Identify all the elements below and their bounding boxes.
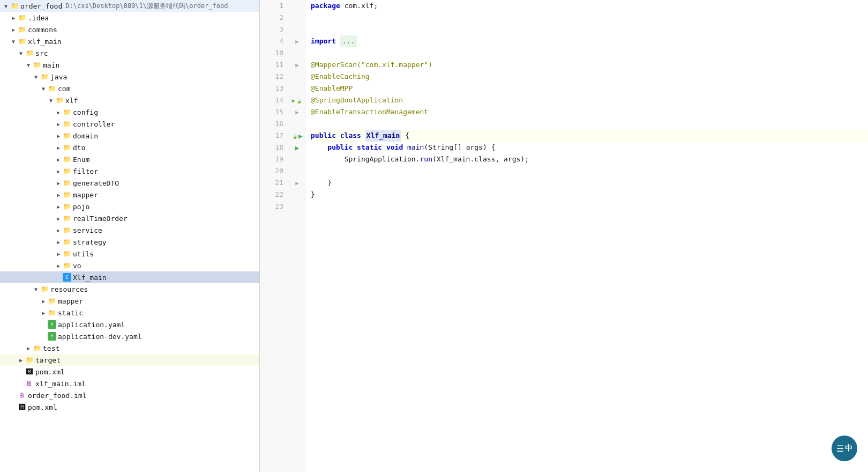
folder-icon-vo: 📁 (62, 261, 72, 270)
line-num-1: 1 (260, 0, 289, 12)
tree-item-static[interactable]: 📁 static (0, 307, 259, 319)
run-icon-18[interactable]: ▶ (295, 144, 300, 152)
gutter-12 (289, 71, 305, 83)
test-label: test (43, 344, 59, 352)
tree-item-xlf_main[interactable]: 📁 xlf_main (0, 35, 259, 47)
arrow-mapper-res (40, 298, 47, 304)
run-icon-small-14[interactable]: ▶ (292, 98, 295, 104)
commons-label: commons (28, 26, 57, 34)
gutter-18[interactable]: ▶ (289, 142, 305, 153)
tree-item-test[interactable]: 📁 test (0, 342, 259, 354)
app-yaml-label: application.yaml (58, 321, 125, 329)
tree-item-application-yaml[interactable]: Y application.yaml (0, 319, 259, 330)
line-num-11: 11 (260, 59, 289, 71)
token-1-2: com.xlf; (345, 0, 378, 12)
code-line-16 (311, 118, 868, 130)
tree-item-java[interactable]: 📁 java (0, 71, 259, 83)
gutter-2 (289, 12, 305, 24)
code-line-10 (311, 47, 868, 59)
tree-item-xlf_main-iml[interactable]: 🗎 xlf_main.iml (0, 378, 259, 389)
fold-icon-21[interactable]: ▶ (295, 180, 299, 187)
arrow-mapper (55, 192, 62, 198)
tree-item-config[interactable]: 📁 config (0, 106, 259, 118)
code-gutter: ▶ ▶ ▶ 🍃 ▶ 🍃 ▶ ▶ ▶ (289, 0, 305, 472)
leaf-icon-14: 🍃 (296, 98, 302, 104)
tree-item-commons[interactable]: 📁 commons (0, 24, 259, 35)
xlf_main-label: xlf_main (28, 38, 62, 46)
code-line-11: @MapperScan("com.xlf.mapper") (311, 59, 868, 71)
pom-root-icon: 🅼 (17, 403, 27, 411)
folder-icon-static: 📁 (47, 308, 57, 317)
code-area[interactable]: 1 2 3 4 10 11 12 13 14 15 16 17 18 19 20… (260, 0, 868, 472)
arrow-domain (55, 133, 62, 139)
pom-xlf-label: pom.xml (35, 368, 65, 376)
tree-item-pom-root[interactable]: 🅼 pom.xml (0, 401, 259, 413)
gutter-11[interactable]: ▶ (289, 59, 305, 71)
tree-item-target[interactable]: 📁 target (0, 354, 259, 366)
token-12-1: @EnableCaching (311, 71, 370, 83)
tree-item-mapper[interactable]: 📁 mapper (0, 189, 259, 201)
token-19-pad: SpringApplication. (311, 153, 420, 165)
fold-icon-11[interactable]: ▶ (295, 62, 299, 69)
gutter-17[interactable]: 🍃 ▶ (289, 130, 305, 142)
gutter-4[interactable]: ▶ (289, 35, 305, 47)
tree-item-idea[interactable]: 📁 .idea (0, 12, 259, 24)
tree-item-controller[interactable]: 📁 controller (0, 118, 259, 130)
xlf-label: xlf (65, 97, 78, 105)
folder-icon-utils: 📁 (62, 249, 72, 258)
tree-item-xlf[interactable]: 📁 xlf (0, 94, 259, 106)
arrow-com (40, 86, 47, 92)
code-line-4: import ... (311, 35, 868, 47)
tree-item-mapper-res[interactable]: 📁 mapper (0, 295, 259, 307)
arrow-utils (55, 251, 62, 257)
tree-item-root[interactable]: 📁 order_food D:\cxs\Desktop\089\1\源服务端代码… (0, 0, 259, 12)
fold-icon-15[interactable]: ▶ (295, 109, 299, 116)
fold-icon-4[interactable]: ▶ (295, 38, 299, 45)
tree-item-service[interactable]: 📁 service (0, 224, 259, 236)
arrow-src (17, 50, 25, 56)
translate-button[interactable]: ☰ 中 (832, 436, 857, 461)
main-label: main (43, 61, 59, 69)
arrow-generatedto (55, 180, 62, 186)
tree-item-enum[interactable]: 📁 Enum (0, 153, 259, 165)
folder-icon-config: 📁 (62, 108, 72, 116)
gutter-14[interactable]: ▶ 🍃 (289, 94, 305, 106)
tree-item-domain[interactable]: 📁 domain (0, 130, 259, 142)
tree-item-dto[interactable]: 📁 dto (0, 142, 259, 153)
tree-item-resources[interactable]: 📁 resources (0, 283, 259, 295)
token-11-1: @MapperScan("com.xlf.mapper") (311, 59, 432, 71)
tree-item-order_food-iml[interactable]: 🗎 order_food.iml (0, 389, 259, 401)
folder-icon-dto: 📁 (62, 143, 72, 152)
code-line-22: } (311, 189, 868, 201)
token-17-4: { (401, 130, 409, 142)
run-icon-17[interactable]: ▶ (298, 132, 303, 140)
tree-item-vo[interactable]: 📁 vo (0, 260, 259, 271)
code-line-1: package com.xlf; (311, 0, 868, 12)
token-17-2: class (340, 130, 365, 142)
tree-item-pom-xlf[interactable]: 🅼 pom.xml (0, 366, 259, 378)
tree-item-com[interactable]: 📁 com (0, 83, 259, 94)
tree-item-filter[interactable]: 📁 filter (0, 165, 259, 177)
arrow-main (25, 62, 32, 68)
tree-item-src[interactable]: 📁 src (0, 47, 259, 59)
tree-item-main[interactable]: 📁 main (0, 59, 259, 71)
gutter-15[interactable]: ▶ (289, 106, 305, 118)
token-14-1: @SpringBootApplication (311, 94, 403, 106)
tree-item-xlf_main-file[interactable]: C Xlf_main (0, 271, 259, 283)
token-18-2: static (357, 142, 386, 153)
gutter-21[interactable]: ▶ (289, 177, 305, 189)
tree-item-utils[interactable]: 📁 utils (0, 248, 259, 260)
tree-item-realtimeorder[interactable]: 📁 realTimeOrder (0, 212, 259, 224)
java-label: java (50, 73, 67, 81)
tree-item-generatedto[interactable]: 📁 generateDTO (0, 177, 259, 189)
code-content[interactable]: package com.xlf; import ... @MapperScan(… (305, 0, 868, 472)
tree-item-application-dev-yaml[interactable]: Y application-dev.yaml (0, 330, 259, 342)
gutter-23 (289, 201, 305, 212)
tree-item-pojo[interactable]: 📁 pojo (0, 201, 259, 212)
tree-item-strategy[interactable]: 📁 strategy (0, 236, 259, 248)
code-line-20 (311, 165, 868, 177)
file-tree[interactable]: 📁 order_food D:\cxs\Desktop\089\1\源服务端代码… (0, 0, 260, 472)
translate-icon: ☰ (836, 444, 844, 454)
token-4-2[interactable]: ... (340, 35, 357, 47)
gutter-10 (289, 47, 305, 59)
